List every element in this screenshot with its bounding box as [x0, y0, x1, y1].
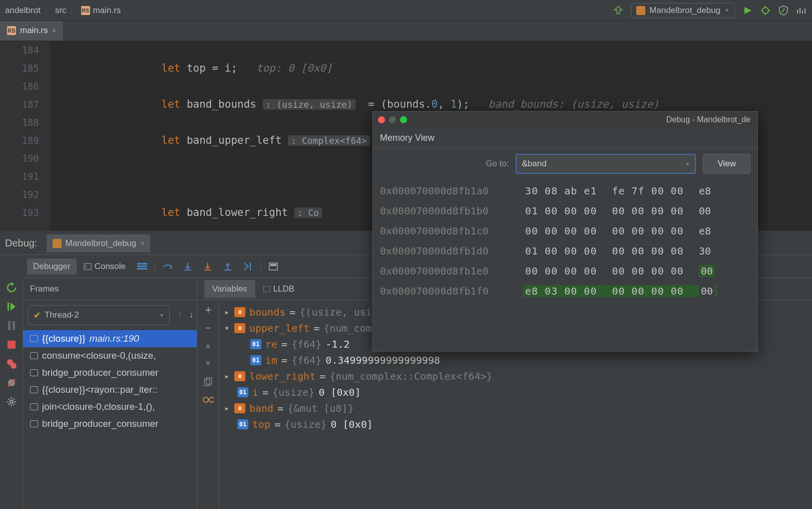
- goto-input[interactable]: &band ▼: [516, 154, 696, 174]
- stack-frame[interactable]: bridge_producer_consumer: [23, 415, 197, 432]
- line-number[interactable]: 189: [0, 131, 39, 149]
- memory-row[interactable]: 0x000070000d8fb1a030 08 ab e1fe 7f 00 00…: [380, 181, 750, 201]
- line-number[interactable]: 188: [0, 113, 39, 131]
- memory-row[interactable]: 0x000070000d8fb1f0e8 03 00 0000 00 00 00…: [380, 281, 750, 301]
- chevron-down-icon: ▼: [724, 8, 729, 13]
- coverage-icon[interactable]: [778, 5, 789, 16]
- run-config-selector[interactable]: Mandelbrot_debug ▼: [631, 3, 735, 18]
- line-number[interactable]: 184: [0, 41, 39, 59]
- lldb-tab[interactable]: LLDB: [255, 280, 303, 298]
- arrow-up-icon[interactable]: ↑: [175, 310, 186, 321]
- add-watch-icon[interactable]: ＋: [203, 304, 214, 315]
- editor-tab-main-rs[interactable]: RS main.rs ×: [0, 21, 63, 41]
- expand-icon[interactable]: ▶: [223, 373, 230, 380]
- pause-icon[interactable]: [6, 320, 17, 331]
- var-row[interactable]: 01 im = {f64} 0.34999999999999998: [223, 352, 808, 368]
- line-number[interactable]: 193: [0, 203, 39, 221]
- memory-row[interactable]: 0x000070000d8fb1b001 00 00 0000 00 00 00…: [380, 201, 750, 221]
- memory-table[interactable]: 0x000070000d8fb1a030 08 ab e1fe 7f 00 00…: [373, 179, 757, 351]
- svg-rect-7: [224, 270, 231, 271]
- evaluate-icon[interactable]: [264, 257, 283, 276]
- line-number[interactable]: 185: [0, 59, 39, 77]
- stack-frame[interactable]: {{closure}}<rayon::par_iter::: [23, 381, 197, 398]
- view-breakpoints-icon[interactable]: [6, 358, 17, 369]
- arrow-down-icon[interactable]: ▼: [203, 358, 214, 369]
- code-text: top = i;: [187, 62, 237, 74]
- expand-icon[interactable]: ▶: [223, 405, 230, 412]
- memory-view-window[interactable]: Debug - Mandelbrot_de Memory View Go to:…: [372, 111, 758, 352]
- profile-icon[interactable]: [796, 5, 807, 16]
- stop-icon[interactable]: [6, 339, 17, 350]
- mem-address: 0x000070000d8fb1c0: [380, 225, 510, 237]
- gutter[interactable]: 184 185 186 187 188 189 190 191 192 193: [0, 41, 50, 231]
- remove-watch-icon[interactable]: －: [203, 322, 214, 333]
- collapse-icon[interactable]: ▼: [223, 325, 230, 332]
- var-type: {&mut [u8]}: [287, 402, 353, 414]
- var-row[interactable]: ▶≡ band = {&mut [u8]}: [223, 400, 808, 416]
- type-hint: : Complex<f64>: [288, 135, 370, 146]
- build-icon[interactable]: [613, 5, 624, 16]
- var-row[interactable]: 01 i = {usize} 0 [0x0]: [223, 384, 808, 400]
- var-type: {f64}: [291, 354, 321, 366]
- svg-rect-19: [263, 286, 270, 292]
- close-icon[interactable]: ×: [140, 239, 144, 247]
- console-tab[interactable]: Console: [78, 259, 132, 275]
- variables-tab[interactable]: Variables: [204, 280, 255, 298]
- popup-titlebar[interactable]: Debug - Mandelbrot_de: [373, 112, 757, 128]
- line-number[interactable]: 192: [0, 185, 39, 203]
- keyword: let: [161, 206, 180, 218]
- expand-icon[interactable]: ▶: [223, 309, 230, 316]
- close-icon[interactable]: ×: [52, 27, 56, 35]
- settings-icon[interactable]: [6, 396, 17, 407]
- thread-selector[interactable]: ✔Thread-2 ▼: [28, 305, 170, 325]
- tab-label: LLDB: [273, 284, 295, 294]
- chevron-down-icon[interactable]: ▼: [685, 161, 690, 167]
- view-button[interactable]: View: [703, 154, 750, 174]
- svg-rect-13: [13, 321, 15, 330]
- number: 0: [432, 98, 438, 110]
- debug-session-tab[interactable]: Mandelbrot_debug ×: [47, 234, 151, 252]
- debug-icon[interactable]: [760, 5, 771, 16]
- glasses-icon[interactable]: [203, 394, 214, 405]
- stack-frame[interactable]: bridge_producer_consumer: [23, 364, 197, 381]
- memory-row[interactable]: 0x000070000d8fb1e000 00 00 0000 00 00 00…: [380, 261, 750, 281]
- resume-icon[interactable]: [6, 301, 17, 312]
- line-number[interactable]: 190: [0, 149, 39, 167]
- line-number[interactable]: 187: [0, 95, 39, 113]
- stack-frame[interactable]: join<closure-0,closure-1,(),: [23, 398, 197, 415]
- traffic-max-icon[interactable]: [400, 116, 407, 123]
- breadcrumb[interactable]: andelbrot 〉 src 〉 RS main.rs: [5, 5, 121, 16]
- threads-icon[interactable]: [133, 257, 152, 276]
- step-over-icon[interactable]: [158, 257, 177, 276]
- force-step-into-icon[interactable]: [198, 257, 217, 276]
- traffic-min-icon[interactable]: [389, 116, 396, 123]
- duplicate-icon[interactable]: [203, 376, 214, 387]
- breadcrumb-file[interactable]: main.rs: [93, 6, 121, 16]
- frame-list[interactable]: {{closure}} main.rs:190 consume<closure-…: [23, 330, 197, 509]
- debugger-tab[interactable]: Debugger: [27, 259, 77, 275]
- run-icon[interactable]: [742, 5, 753, 16]
- var-row[interactable]: ▶≡ lower_right = {num_complex::Complex<f…: [223, 368, 808, 384]
- var-row[interactable]: 01 top = {usize} 0 [0x0]: [223, 416, 808, 432]
- breadcrumb-project[interactable]: andelbrot: [5, 6, 41, 16]
- arrow-up-icon[interactable]: ▲: [203, 340, 214, 351]
- step-into-icon[interactable]: [178, 257, 197, 276]
- frame-location: main.rs:190: [90, 333, 139, 344]
- memory-row[interactable]: 0x000070000d8fb1d001 00 00 0000 00 00 00…: [380, 241, 750, 261]
- code-text: band_bounds: [187, 98, 256, 110]
- step-out-icon[interactable]: [218, 257, 237, 276]
- breadcrumb-dir[interactable]: src: [55, 6, 67, 16]
- rerun-icon[interactable]: [6, 282, 17, 293]
- debug-side-toolbar: [0, 278, 23, 509]
- mute-breakpoints-icon[interactable]: [6, 377, 17, 388]
- stack-frame[interactable]: consume<closure-0,(usize,: [23, 347, 197, 364]
- line-number[interactable]: 186: [0, 77, 39, 95]
- run-to-cursor-icon[interactable]: [238, 257, 257, 276]
- stack-frame[interactable]: {{closure}} main.rs:190: [23, 330, 197, 347]
- line-number[interactable]: 191: [0, 167, 39, 185]
- traffic-close-icon[interactable]: [378, 116, 385, 123]
- memory-row[interactable]: 0x000070000d8fb1c000 00 00 0000 00 00 00…: [380, 221, 750, 241]
- value-badge-icon: 01: [237, 419, 248, 429]
- frames-panel: Frames ✔Thread-2 ▼ ↑ ↓ {{closure}} main.…: [23, 278, 197, 509]
- arrow-down-icon[interactable]: ↓: [186, 310, 197, 321]
